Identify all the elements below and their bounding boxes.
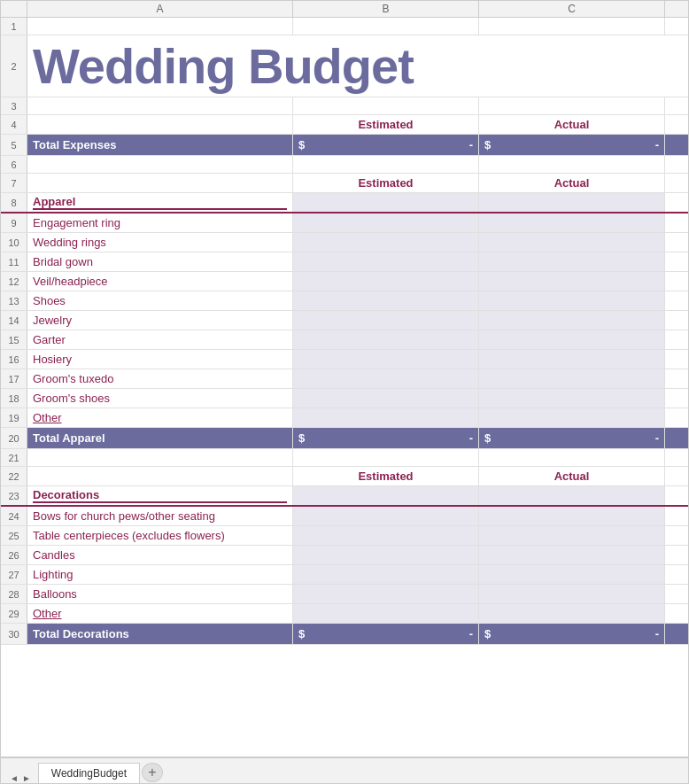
- dash-30b: -: [469, 627, 473, 640]
- row-13: 13 Shoes: [1, 291, 688, 311]
- col-header-b: B: [293, 1, 479, 17]
- cell-11c[interactable]: [479, 252, 665, 271]
- cell-23b[interactable]: [293, 486, 479, 505]
- cell-8a: Apparel: [27, 193, 293, 212]
- dash-5c: -: [655, 138, 659, 151]
- cell-26b[interactable]: [293, 546, 479, 564]
- spreadsheet-title: Wedding Budget: [33, 37, 414, 95]
- cell-16b[interactable]: [293, 350, 479, 369]
- cell-5a: Total Expenses: [27, 135, 293, 155]
- row-10: 10 Wedding rings: [1, 233, 688, 252]
- cell-26a: Candles: [27, 546, 293, 564]
- row-2: 2 Wedding Budget: [1, 35, 688, 97]
- rownum-28: 28: [1, 585, 27, 603]
- row-7: 7 Estimated Actual: [1, 174, 688, 193]
- row-23-decorations: 23 Decorations: [1, 486, 688, 507]
- sheet-nav-arrows: ◄ ►: [8, 773, 33, 783]
- cell-9a: Engagement ring: [27, 213, 293, 232]
- nav-right-icon[interactable]: ►: [20, 773, 33, 783]
- cell-6a: [27, 156, 293, 173]
- cell-30b: $ -: [293, 624, 479, 644]
- dash-30c: -: [655, 627, 659, 640]
- dollar-sign-30b: $: [298, 627, 305, 640]
- cell-8c[interactable]: [479, 193, 665, 212]
- rownum-10: 10: [1, 233, 27, 252]
- cell-5b: $ -: [293, 135, 479, 155]
- cell-22c-actual: Actual: [479, 467, 665, 485]
- decorations-header: Decorations: [33, 488, 287, 503]
- cell-12c[interactable]: [479, 272, 665, 291]
- cell-23c[interactable]: [479, 486, 665, 505]
- cell-12a: Veil/headpiece: [27, 272, 293, 291]
- cell-15b[interactable]: [293, 330, 479, 349]
- cell-9b[interactable]: [293, 213, 479, 232]
- cell-14b[interactable]: [293, 311, 479, 330]
- cell-25c[interactable]: [479, 526, 665, 545]
- corner-cell: [1, 1, 27, 17]
- dollar-sign-5b: $: [298, 138, 305, 151]
- cell-28a: Balloons: [27, 585, 293, 603]
- cell-22b-estimated: Estimated: [293, 467, 479, 485]
- cell-26c[interactable]: [479, 546, 665, 564]
- col-header-c: C: [479, 1, 665, 17]
- sheet-tab-weddingbudget[interactable]: WeddingBudget: [38, 763, 140, 783]
- cell-12b[interactable]: [293, 272, 479, 291]
- cell-24c[interactable]: [479, 507, 665, 525]
- cell-15c[interactable]: [479, 330, 665, 349]
- cell-18c[interactable]: [479, 389, 665, 408]
- cell-19b[interactable]: [293, 408, 479, 427]
- cell-28b[interactable]: [293, 585, 479, 603]
- cell-27b[interactable]: [293, 565, 479, 584]
- row-9: 9 Engagement ring: [1, 213, 688, 233]
- nav-left-icon[interactable]: ◄: [8, 773, 20, 783]
- cell-19a: Other: [27, 408, 293, 427]
- cell-17c[interactable]: [479, 369, 665, 388]
- rownum-26: 26: [1, 546, 27, 564]
- cell-20a: Total Apparel: [27, 428, 293, 448]
- cell-27a: Lighting: [27, 565, 293, 584]
- cell-14c[interactable]: [479, 311, 665, 330]
- cell-16c[interactable]: [479, 350, 665, 369]
- rownum-16: 16: [1, 350, 27, 369]
- cell-18b[interactable]: [293, 389, 479, 408]
- rownum-18: 18: [1, 389, 27, 408]
- row-17: 17 Groom's tuxedo: [1, 369, 688, 389]
- title-cell: Wedding Budget: [27, 35, 665, 97]
- rownum-7: 7: [1, 174, 27, 192]
- cell-17b[interactable]: [293, 369, 479, 388]
- dash-5b: -: [469, 138, 473, 151]
- cell-24a: Bows for church pews/other seating: [27, 507, 293, 525]
- cell-8b[interactable]: [293, 193, 479, 212]
- rownum-22: 22: [1, 467, 27, 485]
- rownum-4: 4: [1, 115, 27, 134]
- cell-27c[interactable]: [479, 565, 665, 584]
- cell-7b-estimated: Estimated: [293, 174, 479, 192]
- add-sheet-button[interactable]: +: [142, 763, 163, 782]
- cell-10c[interactable]: [479, 233, 665, 252]
- cell-25b[interactable]: [293, 526, 479, 545]
- cell-19c[interactable]: [479, 408, 665, 427]
- row-26: 26 Candles: [1, 546, 688, 565]
- rownum-23: 23: [1, 486, 27, 505]
- rownum-27: 27: [1, 565, 27, 584]
- row-14: 14 Jewelry: [1, 311, 688, 330]
- cell-13c[interactable]: [479, 291, 665, 310]
- cell-10b[interactable]: [293, 233, 479, 252]
- cell-7a: [27, 174, 293, 192]
- cell-29b[interactable]: [293, 604, 479, 623]
- cell-28c[interactable]: [479, 585, 665, 603]
- row-28: 28 Balloons: [1, 585, 688, 604]
- rownum-17: 17: [1, 369, 27, 388]
- cell-29c[interactable]: [479, 604, 665, 623]
- rownum-30: 30: [1, 624, 27, 644]
- cell-9c[interactable]: [479, 213, 665, 232]
- cell-22a: [27, 467, 293, 485]
- cell-24b[interactable]: [293, 507, 479, 525]
- cell-11b[interactable]: [293, 252, 479, 271]
- cell-20c: $ -: [479, 428, 665, 448]
- cell-13b[interactable]: [293, 291, 479, 310]
- rownum-24: 24: [1, 507, 27, 525]
- dollar-sign-20c: $: [484, 431, 491, 445]
- row-25: 25 Table centerpieces (excludes flowers): [1, 526, 688, 546]
- rownum-8: 8: [1, 193, 27, 212]
